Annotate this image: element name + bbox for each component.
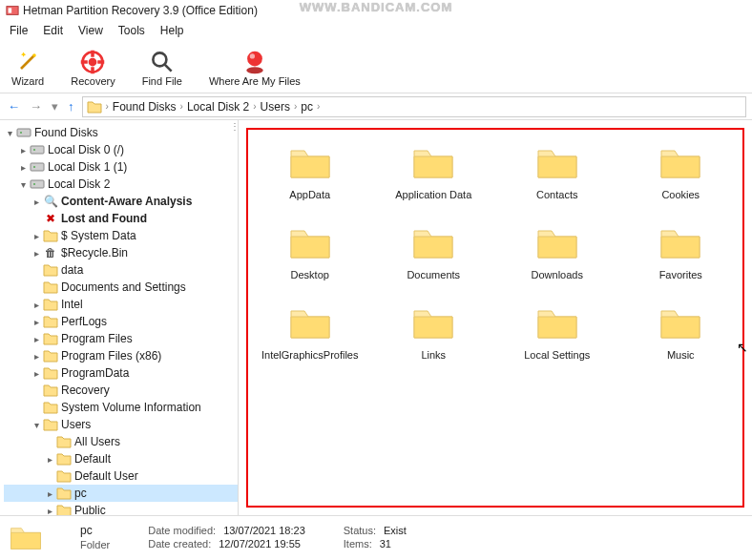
folder-item[interactable]: IntelGraphicsProfiles <box>250 305 370 361</box>
tree-disk1[interactable]: ▸Local Disk 1 (1) <box>4 158 238 176</box>
folder-icon <box>56 451 72 467</box>
menu-help[interactable]: Help <box>155 23 190 38</box>
tree-label: Local Disk 0 (/) <box>48 143 124 156</box>
svg-rect-10 <box>81 60 88 64</box>
folder-icon <box>10 523 42 551</box>
expand-icon[interactable]: ▸ <box>31 197 42 207</box>
tree-svi[interactable]: ▸System Volume Information <box>4 399 238 416</box>
status-modified-label: Date modified: <box>148 525 216 536</box>
expand-icon[interactable]: ▸ <box>31 317 42 327</box>
splitter[interactable] <box>234 120 238 515</box>
nav-back-icon[interactable]: ← <box>6 99 22 114</box>
wizard-label: Wizard <box>11 75 44 87</box>
expand-icon[interactable]: ▸ <box>31 368 42 379</box>
folder-item[interactable]: Links <box>374 305 494 361</box>
tree-programdata[interactable]: ▸ProgramData <box>4 364 238 382</box>
folder-item[interactable]: Local Settings <box>497 305 617 361</box>
folder-item[interactable]: Contacts <box>497 145 617 200</box>
expand-icon[interactable]: ▸ <box>44 454 55 465</box>
status-modified: 13/07/2021 18:23 <box>223 525 305 536</box>
expand-icon[interactable]: ▸ <box>44 488 55 499</box>
folder-item[interactable]: Documents <box>374 225 494 280</box>
tree-label: System Volume Information <box>61 401 201 414</box>
tree-allusers[interactable]: ▸All Users <box>4 433 238 450</box>
folder-item[interactable]: Cookies <box>621 145 742 200</box>
folder-item[interactable]: Application Data <box>374 145 494 200</box>
disk-icon <box>30 176 45 192</box>
tree-label: Default <box>74 452 111 466</box>
tree-label: Documents and Settings <box>61 280 186 294</box>
expand-icon[interactable]: ▸ <box>31 300 42 310</box>
collapse-icon[interactable]: ▾ <box>4 128 15 138</box>
status-status-label: Status: <box>344 525 376 536</box>
folder-icon <box>56 468 72 484</box>
recovery-button[interactable]: Recovery <box>71 49 115 87</box>
folder-icon <box>289 145 331 179</box>
folder-item[interactable]: AppData <box>250 145 370 200</box>
tree-recyclebin[interactable]: ▸🗑$Recycle.Bin <box>4 244 238 261</box>
findfile-label: Find File <box>142 75 182 87</box>
menu-view[interactable]: View <box>73 23 109 38</box>
expand-icon[interactable]: ▸ <box>17 145 29 156</box>
tree-docsettings[interactable]: ▸Documents and Settings <box>4 279 238 296</box>
folder-item[interactable]: Downloads <box>497 225 617 280</box>
tree-public[interactable]: ▸Public <box>4 502 238 515</box>
menu-edit[interactable]: Edit <box>37 23 69 38</box>
tree-pc[interactable]: ▸pc <box>4 485 238 502</box>
folder-icon <box>43 228 58 243</box>
tree-label: pc <box>74 487 87 500</box>
findfile-button[interactable]: Find File <box>142 49 182 87</box>
expand-icon[interactable]: ▸ <box>44 506 55 516</box>
disk-icon <box>30 142 45 157</box>
expand-icon[interactable]: ▸ <box>31 231 42 241</box>
wherefiles-button[interactable]: Where Are My Files <box>209 49 301 87</box>
tree-data[interactable]: ▸data <box>4 261 238 279</box>
breadcrumb[interactable]: › Found Disks › Local Disk 2 › Users › p… <box>82 96 747 117</box>
tree-users[interactable]: ▾Users <box>4 416 238 433</box>
folder-icon <box>412 225 454 259</box>
statusbar: pc Folder Date modified:13/07/2021 18:23… <box>0 515 752 557</box>
breadcrumb-seg[interactable]: Found Disks <box>113 100 177 114</box>
expand-icon[interactable]: ▸ <box>17 162 29 173</box>
svg-point-14 <box>246 67 263 73</box>
tree-disk0[interactable]: ▸Local Disk 0 (/) <box>4 141 238 158</box>
navbar: ← → ▾ ↑ › Found Disks › Local Disk 2 › U… <box>0 93 752 120</box>
tree-root[interactable]: ▾Found Disks <box>4 124 238 141</box>
nav-dropdown-icon[interactable]: ▾ <box>50 99 60 114</box>
expand-icon[interactable]: ▸ <box>31 334 42 344</box>
disk-icon <box>30 159 45 175</box>
expand-icon[interactable]: ▸ <box>31 351 42 362</box>
breadcrumb-seg[interactable]: pc <box>301 100 313 114</box>
menu-file[interactable]: File <box>4 23 33 38</box>
tree-progfilesx86[interactable]: ▸Program Files (x86) <box>4 347 238 364</box>
wizard-button[interactable]: Wizard <box>11 49 44 87</box>
expand-icon[interactable]: ▸ <box>31 248 42 259</box>
tree-lost-found[interactable]: ▸✖Lost and Found <box>4 210 238 227</box>
tree-disk2[interactable]: ▾Local Disk 2 <box>4 176 238 193</box>
collapse-icon[interactable]: ▾ <box>31 420 42 430</box>
nav-forward-icon[interactable]: → <box>28 99 44 114</box>
tree-content-analysis[interactable]: ▸🔍Content-Aware Analysis <box>4 193 238 210</box>
menu-tools[interactable]: Tools <box>113 23 151 38</box>
folder-item[interactable]: Desktop <box>250 225 370 280</box>
folder-icon <box>43 365 58 381</box>
breadcrumb-seg[interactable]: Users <box>261 100 290 114</box>
breadcrumb-seg[interactable]: Local Disk 2 <box>187 100 249 114</box>
tree-label: Local Disk 1 (1) <box>48 160 127 174</box>
chevron-right-icon: › <box>102 101 113 112</box>
tree-defaultuser[interactable]: ▸Default User <box>4 467 238 485</box>
tree-intel[interactable]: ▸Intel <box>4 296 238 313</box>
tree-label: Users <box>61 418 91 431</box>
folder-item[interactable]: Music <box>621 305 742 361</box>
tree-recovery[interactable]: ▸Recovery <box>4 382 238 399</box>
tree-progfiles[interactable]: ▸Program Files <box>4 330 238 347</box>
tree-perflogs[interactable]: ▸PerfLogs <box>4 313 238 330</box>
nav-up-icon[interactable]: ↑ <box>66 99 76 114</box>
folder-icon <box>536 305 578 340</box>
folder-label: Links <box>421 349 446 361</box>
collapse-icon[interactable]: ▾ <box>17 179 29 190</box>
svg-rect-8 <box>92 51 95 57</box>
tree-systemdata[interactable]: ▸$ System Data <box>4 227 238 244</box>
tree-default[interactable]: ▸Default <box>4 450 238 467</box>
folder-item[interactable]: Favorites <box>621 225 742 280</box>
